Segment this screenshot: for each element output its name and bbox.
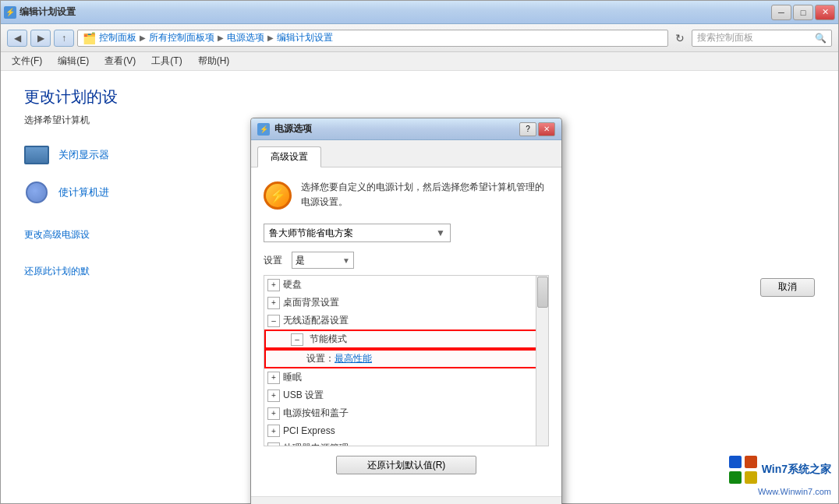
tree-label-disk: 硬盘 — [283, 278, 302, 291]
expand-pci[interactable]: + — [267, 425, 280, 437]
menu-help[interactable]: 帮助(H) — [193, 53, 235, 69]
search-placeholder: 搜索控制面板 — [697, 31, 815, 44]
svg-rect-4 — [745, 471, 757, 484]
expand-disk[interactable]: + — [267, 279, 280, 291]
expand-desktop[interactable]: + — [267, 297, 280, 309]
page-title: 更改计划的设 — [24, 86, 815, 107]
sleep-link[interactable]: 使计算机进 — [58, 185, 109, 199]
svg-rect-2 — [745, 456, 757, 468]
window-icon: ⚡ — [4, 6, 16, 19]
tree-label-wireless: 无线适配器设置 — [283, 314, 349, 327]
tree-item-powerbutton: + 电源按钮和盖子 — [264, 404, 548, 422]
watermark-logo-icon — [727, 454, 759, 485]
monitor-icon — [24, 143, 49, 167]
up-button[interactable]: ↑ — [54, 30, 74, 47]
tree-item-processor: + 处理器电源管理 — [264, 439, 548, 446]
menu-view[interactable]: 查看(V) — [100, 53, 140, 69]
tree-item-wireless: – 无线适配器设置 — [264, 312, 548, 330]
tree-label-usb: USB 设置 — [283, 389, 324, 402]
restore-defaults-button[interactable]: 还原计划默认值(R) — [336, 456, 476, 474]
dialog-title: 电源选项 — [274, 122, 519, 136]
dropdown-arrow-icon: ▼ — [436, 227, 445, 238]
settings-arrow-icon: ▼ — [342, 256, 350, 265]
expand-wireless[interactable]: – — [267, 315, 280, 327]
expand-processor[interactable]: + — [267, 442, 280, 447]
tree-item-disk: + 硬盘 — [264, 276, 548, 294]
svg-rect-1 — [729, 456, 742, 468]
monitor-link[interactable]: 关闭显示器 — [58, 148, 109, 162]
main-panel: 更改计划的设 选择希望计算机 关闭显示器 使计算机进 更改高级电源设 — [1, 71, 838, 503]
main-window: ⚡ 编辑计划设置 ─ □ ✕ ◀ ▶ ↑ 🗂️ 控制面板 ▶ 所有控制面板项 ▶… — [0, 0, 839, 504]
svg-rect-3 — [729, 471, 742, 484]
address-part-3[interactable]: 电源选项 — [227, 31, 264, 44]
tree-item-pci: + PCI Express — [264, 422, 548, 439]
menubar: 文件(F) 编辑(E) 查看(V) 工具(T) 帮助(H) — [1, 52, 838, 71]
plan-dropdown-value: 鲁大师节能省电方案 — [269, 227, 353, 240]
tree-label-setting: 设置： — [306, 352, 335, 365]
forward-button[interactable]: ▶ — [30, 30, 51, 47]
minimize-button[interactable]: ─ — [771, 5, 791, 20]
menu-tools[interactable]: 工具(T) — [147, 53, 186, 69]
tree-item-desktop: + 桌面背景设置 — [264, 294, 548, 312]
tree-label-desktop: 桌面背景设置 — [283, 296, 339, 309]
tree-label-sleep: 睡眠 — [283, 371, 302, 384]
expand-usb[interactable]: + — [267, 389, 280, 402]
dialog-footer: 确定 取消 应用(A) — [251, 496, 561, 504]
watermark-url: Www.Winwin7.com — [758, 487, 831, 496]
search-bar[interactable]: 搜索控制面板 🔍 — [692, 30, 832, 47]
tree-link-performance[interactable]: 最高性能 — [335, 352, 372, 365]
sleep-icon-shape — [26, 182, 48, 203]
titlebar-buttons: ─ □ ✕ — [771, 5, 835, 20]
settings-dropdown-value: 是 — [296, 254, 305, 267]
folder-icon: 🗂️ — [83, 32, 96, 44]
watermark-logo: Win7系统之家 — [727, 454, 831, 485]
expand-sleep[interactable]: + — [267, 372, 280, 384]
navbar: ◀ ▶ ↑ 🗂️ 控制面板 ▶ 所有控制面板项 ▶ 电源选项 ▶ 编辑计划设置 … — [1, 24, 838, 52]
refresh-button[interactable]: ↻ — [671, 30, 689, 47]
dialog-close-button[interactable]: ✕ — [538, 122, 555, 136]
tree-label-pci: PCI Express — [283, 425, 335, 436]
tab-advanced[interactable]: 高级设置 — [257, 146, 321, 167]
tree-scrollbar[interactable] — [536, 276, 548, 446]
dialog-help-button[interactable]: ? — [519, 122, 536, 136]
tree-item-powersave: – 节能模式 — [264, 330, 548, 349]
main-cancel-button[interactable]: 取消 — [760, 278, 815, 297]
tree-label-powersave: 节能模式 — [310, 333, 347, 346]
sleep-icon — [24, 180, 49, 205]
address-part-4[interactable]: 编辑计划设置 — [277, 31, 333, 44]
tab-content: ⚡ 选择您要自定义的电源计划，然后选择您希望计算机管理的电源设置。 鲁大师节能省… — [251, 167, 561, 496]
menu-file[interactable]: 文件(F) — [7, 53, 47, 69]
tree-list: + 硬盘 + 桌面背景设置 – — [264, 275, 549, 446]
plan-description: 选择您要自定义的电源计划，然后选择您希望计算机管理的电源设置。 — [301, 180, 549, 210]
expand-powerbutton[interactable]: + — [267, 407, 280, 420]
titlebar: ⚡ 编辑计划设置 ─ □ ✕ — [1, 1, 838, 24]
monitor-icon-shape — [24, 146, 49, 164]
power-options-dialog: ⚡ 电源选项 ? ✕ 高级设置 — [250, 118, 562, 504]
scrollbar-thumb — [537, 277, 548, 308]
settings-label: 设置 — [264, 254, 282, 267]
window-title: 编辑计划设置 — [19, 5, 771, 19]
plan-header: ⚡ 选择您要自定义的电源计划，然后选择您希望计算机管理的电源设置。 — [264, 180, 549, 211]
address-part-1[interactable]: 控制面板 — [99, 31, 136, 44]
address-bar[interactable]: 🗂️ 控制面板 ▶ 所有控制面板项 ▶ 电源选项 ▶ 编辑计划设置 — [77, 30, 668, 47]
power-icon: ⚡ — [269, 187, 286, 204]
address-part-2[interactable]: 所有控制面板项 — [149, 31, 214, 44]
dialog-body: 高级设置 ⚡ 选择您要自定义的电源计划，然后选择您希望计算机管理的电源 — [251, 140, 561, 504]
maximize-button[interactable]: □ — [793, 5, 813, 20]
tree-label-processor: 处理器电源管理 — [283, 442, 349, 446]
plan-icon: ⚡ — [264, 180, 292, 211]
watermark: Win7系统之家 Www.Winwin7.com — [727, 454, 831, 496]
back-button[interactable]: ◀ — [7, 30, 27, 47]
desktop: ⚡ 编辑计划设置 ─ □ ✕ ◀ ▶ ↑ 🗂️ 控制面板 ▶ 所有控制面板项 ▶… — [0, 0, 839, 504]
tree-item-sleep: + 睡眠 — [264, 368, 548, 386]
tree-item-setting-value: 设置： 最高性能 — [264, 349, 548, 368]
watermark-text: Win7系统之家 — [762, 463, 831, 477]
search-icon: 🔍 — [815, 33, 827, 44]
content-area: 更改计划的设 选择希望计算机 关闭显示器 使计算机进 更改高级电源设 — [1, 71, 838, 503]
plan-dropdown[interactable]: 鲁大师节能省电方案 ▼ — [264, 224, 451, 242]
close-button[interactable]: ✕ — [815, 5, 835, 20]
dialog-title-icon: ⚡ — [257, 123, 270, 136]
expand-powersave[interactable]: – — [291, 333, 303, 346]
menu-edit[interactable]: 编辑(E) — [53, 53, 94, 69]
settings-dropdown[interactable]: 是 ▼ — [292, 252, 354, 269]
